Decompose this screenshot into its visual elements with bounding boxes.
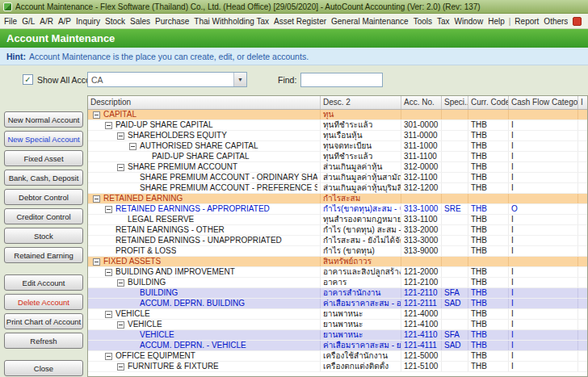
cash-flow-category-cell: I bbox=[509, 288, 578, 298]
table-row[interactable]: RETAINED EARNINGS - UNAPPROPRIATEDกำไรสะ… bbox=[88, 236, 587, 246]
column-header-speci[interactable]: Speci... bbox=[442, 96, 468, 109]
creditor-control-button[interactable]: Creditor Control bbox=[4, 208, 83, 224]
close-button[interactable]: Close bbox=[4, 360, 83, 376]
chevron-down-icon[interactable] bbox=[233, 73, 246, 86]
column-header-curr-code[interactable]: Curr. Code bbox=[468, 96, 509, 109]
column-header-i[interactable]: I bbox=[578, 96, 587, 109]
table-row[interactable]: VEHICLEยานพาหนะ121-4100THBI bbox=[88, 320, 587, 330]
table-row[interactable]: PAID-UP SHARE CAPITALทุนที่ชำระแล้ว311-1… bbox=[88, 152, 587, 162]
delete-account-button[interactable]: Delete Account bbox=[4, 294, 83, 310]
tree-collapse-icon[interactable] bbox=[117, 279, 124, 287]
cash-flow-category-cell bbox=[509, 257, 578, 266]
column-header-cash-flow-category[interactable]: Cash Flow Category bbox=[509, 96, 578, 109]
table-row[interactable]: FIXED ASSETSสินทรัพย์ถาวร bbox=[88, 257, 587, 267]
debtor-control-button[interactable]: Debtor Control bbox=[4, 189, 83, 205]
print-chart-of-account-button[interactable]: Print Chart of Account bbox=[4, 313, 83, 329]
menu-g-l[interactable]: G/L bbox=[19, 17, 37, 26]
table-row[interactable]: VEHICLEยานพาหนะ121-4000THBI bbox=[88, 309, 587, 320]
table-row[interactable]: CAPITALทุน bbox=[88, 110, 587, 120]
menu-sales[interactable]: Sales bbox=[128, 17, 153, 26]
account-type-combobox[interactable]: CA bbox=[87, 72, 247, 87]
menu-others[interactable]: Others bbox=[541, 17, 568, 26]
table-row[interactable]: OFFICE EQUIPMENTเครื่องใช้สำนักงาน121-50… bbox=[88, 351, 587, 362]
menu-a-r[interactable]: A/R bbox=[37, 17, 56, 26]
row-overflow-cell bbox=[578, 330, 587, 340]
account-desc2-cell: เครื่องตกแต่งติดตั้ง bbox=[321, 362, 401, 371]
table-row[interactable]: RETAINED EARNINGS - APPROPRIATEDกำไร(ขาด… bbox=[88, 204, 587, 215]
menu-window[interactable]: Window bbox=[452, 17, 486, 26]
account-desc2-cell: กำไรสะสม - ยังไม่ได้จัดสรร bbox=[321, 236, 401, 245]
table-row[interactable]: FURNITURE & FIXTUREเครื่องตกแต่งติดตั้ง1… bbox=[88, 362, 587, 372]
row-overflow-cell bbox=[578, 215, 587, 224]
currency-code-cell: THB bbox=[468, 162, 509, 172]
account-desc2-cell: ทุนสำรองตามกฎหมาย bbox=[321, 215, 401, 224]
menu-purchase[interactable]: Purchase bbox=[153, 17, 191, 26]
tree-collapse-icon[interactable] bbox=[105, 269, 112, 276]
refresh-button[interactable]: Refresh bbox=[4, 333, 83, 349]
app-badge-icon[interactable] bbox=[573, 17, 582, 26]
tree-collapse-icon[interactable] bbox=[117, 132, 124, 140]
menu-thai-withholding-tax[interactable]: Thai Withholding Tax bbox=[191, 17, 271, 26]
table-row[interactable]: SHARE PREMIUM ACCOUNTส่วนเกินมูลค่าหุ้น3… bbox=[88, 162, 587, 173]
bank-cash-deposit-button[interactable]: Bank, Cash, Deposit bbox=[4, 170, 83, 186]
table-row[interactable]: ACCUM. DEPRN. - VEHICLEค่าเสื่อมราคาสะสม… bbox=[88, 341, 587, 351]
table-row[interactable]: ACCUM. DEPRN. BUILDINGค่าเสื่อมราคาสะสม … bbox=[88, 299, 587, 309]
table-row[interactable]: BUILDINGอาคารสำนักงาน121-2110SFATHBI bbox=[88, 288, 587, 299]
table-row[interactable]: VEHICLEยานพาหนะ121-4110SFATHBI bbox=[88, 330, 587, 341]
column-header-description[interactable]: Description bbox=[88, 96, 321, 109]
account-name: FIXED ASSETS bbox=[103, 257, 161, 266]
column-header-acc-no[interactable]: Acc. No. bbox=[401, 96, 442, 109]
fixed-asset-button[interactable]: Fixed Asset bbox=[4, 150, 83, 166]
new-normal-account-button[interactable]: New Normal Account bbox=[4, 111, 83, 128]
application-window: Account Maintenance - Flex Software (Tha… bbox=[0, 0, 588, 377]
table-row[interactable]: LEGAL RESERVEทุนสำรองตามกฎหมาย313-1100TH… bbox=[88, 215, 587, 225]
menu-help[interactable]: Help bbox=[485, 17, 507, 26]
menu-tools[interactable]: Tools bbox=[411, 17, 435, 26]
tree-collapse-icon[interactable] bbox=[105, 311, 112, 318]
tree-collapse-icon[interactable] bbox=[105, 206, 112, 213]
account-desc2-cell: ทุนเรือนหุ้น bbox=[321, 131, 401, 140]
currency-code-cell: THB bbox=[468, 152, 509, 161]
tree-collapse-icon[interactable] bbox=[117, 363, 124, 371]
table-row[interactable]: SHARE PREMIUM ACCOUNT - ORDINARY SHARESส… bbox=[88, 173, 587, 183]
table-row[interactable]: SHAREHOLDERS EQUITYทุนเรือนหุ้น311-0000T… bbox=[88, 131, 587, 141]
menu-inquiry[interactable]: Inquiry bbox=[74, 17, 103, 26]
tree-collapse-icon[interactable] bbox=[105, 122, 112, 129]
table-row[interactable]: BUILDINGอาคาร121-2100THBI bbox=[88, 278, 587, 288]
tree-collapse-icon[interactable] bbox=[129, 143, 136, 150]
column-header-desc-2[interactable]: Desc. 2 bbox=[321, 96, 401, 109]
tree-collapse-icon[interactable] bbox=[117, 321, 124, 329]
tree-collapse-icon[interactable] bbox=[93, 258, 100, 266]
account-name: AUTHORISED SHARE CAPITAL bbox=[140, 141, 258, 151]
tree-collapse-icon[interactable] bbox=[93, 111, 100, 119]
tree-collapse-icon[interactable] bbox=[117, 164, 124, 171]
account-desc2-cell: ยานพาหนะ bbox=[321, 320, 401, 329]
menu-general-maintenance[interactable]: General Maintenance bbox=[329, 17, 411, 26]
new-special-account-button[interactable]: New Special Account bbox=[4, 131, 83, 147]
menu-tax[interactable]: Tax bbox=[435, 17, 452, 26]
table-row[interactable]: BUILDING AND IMPROVEMENTอาคารและสิ่งปลูก… bbox=[88, 267, 587, 278]
row-overflow-cell bbox=[578, 341, 587, 350]
account-name: OFFICE EQUIPMENT bbox=[116, 351, 195, 361]
table-row[interactable]: RETAINED EARNINGกำไรสะสม bbox=[88, 194, 587, 204]
menu-asset-register[interactable]: Asset Register bbox=[271, 17, 329, 26]
menu-file[interactable]: File bbox=[2, 17, 19, 26]
stock-button[interactable]: Stock bbox=[4, 228, 83, 244]
retained-earning-button[interactable]: Retained Earning bbox=[4, 247, 83, 263]
show-all-accounts-checkbox[interactable] bbox=[23, 74, 33, 85]
menu-report[interactable]: Report bbox=[512, 17, 541, 26]
table-row[interactable]: PAID-UP SHARE CAPITALทุนที่ชำระแล้ว301-0… bbox=[88, 120, 587, 131]
table-row[interactable]: SHARE PREMIUM ACCOUNT - PREFERENCE SHARE… bbox=[88, 183, 587, 194]
tree-collapse-icon[interactable] bbox=[105, 353, 112, 360]
edit-account-button[interactable]: Edit Account bbox=[4, 274, 83, 291]
menu-stock[interactable]: Stock bbox=[103, 17, 128, 26]
table-row[interactable]: RETAIN EARNINGS - OTHERกำไร (ขาดทุน) สะส… bbox=[88, 225, 587, 236]
table-row[interactable]: AUTHORISED SHARE CAPITALทุนจดทะเบียน311-… bbox=[88, 141, 587, 152]
find-label: Find: bbox=[278, 75, 296, 85]
table-row[interactable]: PROFIT & LOSSกำไร (ขาดทุน)313-9000THBI bbox=[88, 246, 587, 257]
menu-a-p[interactable]: A/P bbox=[56, 17, 74, 26]
account-name: PROFIT & LOSS bbox=[116, 246, 176, 256]
account-description-cell: VEHICLE bbox=[88, 309, 321, 319]
tree-collapse-icon[interactable] bbox=[93, 195, 100, 203]
find-input[interactable] bbox=[300, 73, 383, 87]
